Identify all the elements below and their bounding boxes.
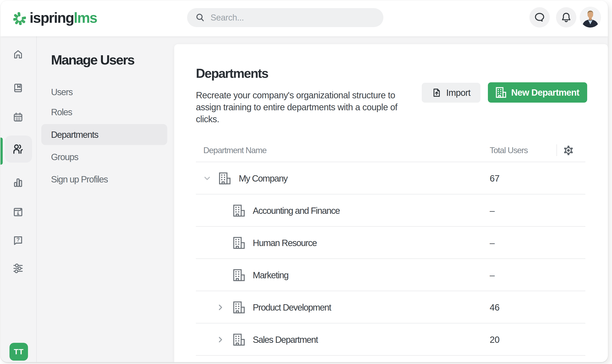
chevron-right-icon[interactable] bbox=[218, 304, 223, 311]
table-row[interactable]: Accounting and Finance – bbox=[174, 195, 608, 227]
table-row[interactable]: Product Development 46 bbox=[174, 291, 608, 323]
rail-item-courses[interactable] bbox=[12, 82, 24, 94]
chat-icon bbox=[534, 12, 545, 23]
total-users-value: – bbox=[490, 206, 495, 216]
rail-item-settings[interactable] bbox=[12, 262, 24, 275]
department-name: Human Resource bbox=[253, 238, 317, 248]
total-users-value: 67 bbox=[490, 173, 500, 183]
departments-panel: Departments Recreate your company's orga… bbox=[174, 44, 608, 362]
users-icon bbox=[12, 143, 24, 156]
logo-wordmark: ispringlms bbox=[29, 11, 97, 26]
department-icon bbox=[219, 172, 231, 185]
total-users-value: – bbox=[490, 238, 495, 248]
department-icon bbox=[233, 237, 246, 249]
top-bar: ispringlms Search... bbox=[0, 1, 608, 36]
search-icon bbox=[195, 13, 205, 23]
bell-icon bbox=[560, 12, 572, 23]
rail-item-reports[interactable] bbox=[12, 176, 24, 189]
rail-item-users[interactable] bbox=[12, 143, 24, 156]
ispring-flower-icon bbox=[13, 12, 26, 25]
department-icon bbox=[233, 301, 246, 314]
ispring-logo[interactable]: ispringlms bbox=[13, 1, 97, 36]
app-window: ispringlms Search... bbox=[0, 1, 608, 362]
column-header-total-users[interactable]: Total Users bbox=[490, 145, 528, 156]
messages-button[interactable] bbox=[529, 7, 550, 27]
chevron-down-icon[interactable] bbox=[204, 176, 211, 181]
svg-text:?: ? bbox=[16, 237, 20, 243]
total-users-value: – bbox=[490, 270, 495, 280]
home-icon bbox=[13, 48, 24, 60]
table-settings-gear-icon[interactable] bbox=[563, 145, 574, 156]
header-divider bbox=[557, 144, 557, 156]
total-users-value: 46 bbox=[490, 302, 500, 312]
calendar-icon bbox=[12, 111, 24, 123]
department-name: My Company bbox=[239, 173, 288, 183]
book-icon bbox=[12, 82, 24, 94]
import-icon bbox=[432, 88, 442, 98]
table-row[interactable]: Human Resource – bbox=[174, 227, 608, 259]
user-avatar[interactable] bbox=[580, 7, 600, 27]
sidebar-item-users[interactable]: Users bbox=[51, 87, 72, 97]
search-placeholder: Search... bbox=[211, 13, 244, 23]
rail-item-info[interactable] bbox=[12, 206, 24, 218]
row-separator bbox=[196, 355, 585, 356]
department-name: Accounting and Finance bbox=[253, 206, 340, 216]
user-avatar-photo bbox=[580, 7, 600, 27]
page-title: Departments bbox=[196, 66, 268, 81]
new-department-icon bbox=[496, 87, 507, 98]
table-row[interactable]: My Company 67 bbox=[174, 162, 608, 195]
table-row[interactable]: Marketing – bbox=[174, 259, 608, 291]
sidebar-item-roles[interactable]: Roles bbox=[51, 107, 72, 117]
import-label: Import bbox=[446, 88, 470, 98]
user-initials-badge[interactable]: TT bbox=[10, 343, 28, 361]
info-icon bbox=[12, 206, 24, 218]
department-name: Product Development bbox=[253, 302, 331, 312]
sidebar-title: Manage Users bbox=[51, 52, 134, 68]
department-name: Marketing bbox=[253, 270, 288, 280]
sidebar-item-departments[interactable]: Departments bbox=[51, 129, 98, 140]
question-bubble-icon: ? bbox=[12, 234, 24, 246]
page-description: Recreate your company's organizational s… bbox=[196, 89, 403, 125]
sidebar-item-signup-profiles[interactable]: Sign up Profiles bbox=[51, 174, 108, 185]
department-icon bbox=[233, 333, 246, 346]
active-nav-indicator bbox=[0, 138, 3, 165]
sliders-icon bbox=[12, 262, 24, 274]
chevron-right-icon[interactable] bbox=[218, 336, 223, 343]
nav-rail: ? TT bbox=[0, 36, 37, 362]
manage-users-sidebar: Manage Users Users Roles Departments Gro… bbox=[37, 36, 174, 362]
import-button[interactable]: Import bbox=[422, 83, 480, 103]
user-initials-text: TT bbox=[14, 347, 24, 356]
new-department-label: New Department bbox=[511, 88, 579, 98]
rail-item-calendar[interactable] bbox=[12, 111, 24, 124]
total-users-value: 20 bbox=[490, 335, 500, 345]
column-header-department-name[interactable]: Department Name bbox=[203, 145, 266, 156]
department-icon bbox=[233, 204, 246, 217]
notifications-button[interactable] bbox=[556, 7, 576, 27]
search-input[interactable]: Search... bbox=[187, 8, 383, 27]
rail-item-home[interactable] bbox=[12, 48, 24, 60]
bar-chart-icon bbox=[12, 177, 24, 189]
department-name: Sales Department bbox=[253, 335, 318, 345]
rail-item-support[interactable]: ? bbox=[12, 234, 24, 247]
department-icon bbox=[233, 269, 246, 281]
sidebar-item-groups[interactable]: Groups bbox=[51, 152, 78, 162]
table-row[interactable]: Sales Department 20 bbox=[174, 323, 608, 356]
new-department-button[interactable]: New Department bbox=[488, 82, 587, 103]
